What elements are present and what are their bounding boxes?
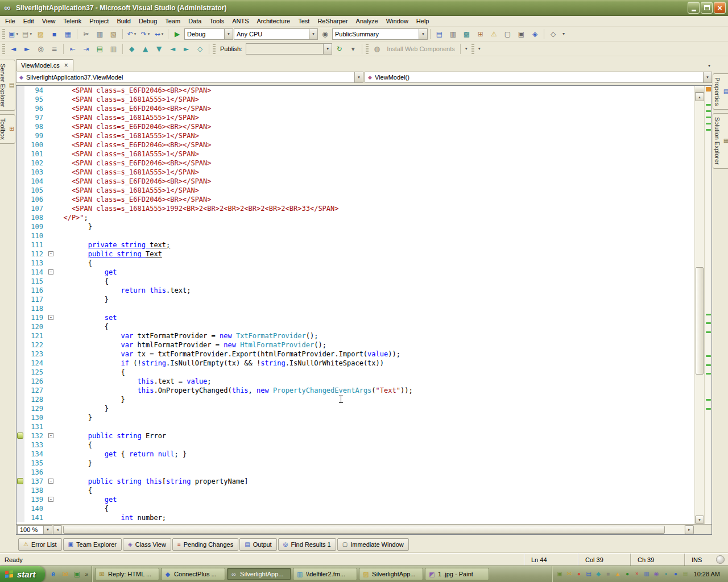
immediate-window-icon[interactable]: ▢ — [501, 28, 514, 40]
find-in-files-icon[interactable]: ◉ — [318, 28, 332, 40]
menu-telerik[interactable]: Telerik — [59, 16, 85, 26]
code-line-116[interactable]: 116 return this.text; — [16, 286, 694, 295]
code-line-137[interactable]: 137- public string this[string propertyN… — [16, 477, 694, 486]
object-browser-icon[interactable]: ▩ — [460, 28, 473, 40]
combo-dropdown-icon[interactable]: ▼ — [354, 72, 363, 82]
publish-icon[interactable]: ↻ — [333, 43, 346, 55]
code-line-122[interactable]: 122 var htmlFormatProvider = new HtmlFor… — [16, 340, 694, 350]
properties-window-icon[interactable]: ▥ — [446, 28, 460, 40]
previous-bookmark-folder-icon[interactable]: ◄ — [166, 43, 179, 55]
toolbar-grip[interactable] — [2, 44, 5, 54]
navigate-forward-icon[interactable]: ► — [20, 43, 34, 55]
toolbar-overflow-icon[interactable]: ▾ — [463, 46, 470, 51]
word-wrap-icon[interactable]: ≡ — [48, 43, 61, 55]
code-line-113[interactable]: 113 { — [16, 259, 694, 268]
tab-toolbox[interactable]: ⊞Toolbox — [0, 114, 15, 144]
solution-configurations-combo[interactable]: Debug▼ — [184, 28, 233, 40]
code-line-127[interactable]: 127 this.OnPropertyChanged(this, new Pro… — [16, 386, 694, 395]
tab-team-explorer[interactable]: ▣Team Explorer — [63, 538, 122, 551]
code-line-131[interactable]: 131 — [16, 422, 694, 431]
tray-icon[interactable]: ▥ — [643, 571, 651, 577]
menu-help[interactable]: Help — [412, 16, 433, 26]
vertical-scrollbar[interactable]: ▲ ▼ — [694, 86, 704, 524]
code-line-136[interactable]: 136 — [16, 468, 694, 477]
tray-icon[interactable]: ◆ — [594, 571, 603, 577]
taskbar-button-connectplus[interactable]: ◆ConnectPlus ... — [161, 568, 225, 580]
code-line-101[interactable]: 101 <SPAN class=s_1681A555>1</SPAN> — [16, 149, 694, 159]
toolbar-overflow-icon[interactable]: ▾ — [560, 31, 567, 36]
tray-icon[interactable]: ▣ — [556, 571, 564, 577]
close-button[interactable]: × — [714, 2, 726, 14]
code-line-106[interactable]: 106 <SPAN class=s_E6FD2046><BR></SPAN> — [16, 195, 694, 204]
members-combo[interactable]: ◆ ViewModel() ▼ — [365, 72, 712, 83]
scroll-down-icon[interactable]: ▼ — [695, 516, 704, 524]
menu-file[interactable]: File — [1, 16, 19, 26]
tray-icon[interactable]: ● — [575, 571, 584, 577]
fold-collapse-icon[interactable]: - — [48, 251, 53, 256]
taskbar-button-visual-studio[interactable]: ∞SilverlightApp... — [227, 568, 291, 580]
menu-view[interactable]: View — [38, 16, 60, 26]
fold-collapse-icon[interactable]: - — [48, 433, 53, 438]
scroll-left-icon[interactable]: ◄ — [53, 525, 62, 534]
code-line-124[interactable]: 124 if (!string.IsNullOrEmpty(tx) && !st… — [16, 359, 694, 368]
fold-collapse-icon[interactable]: - — [48, 479, 53, 484]
types-combo[interactable]: ◆ SilverlightApplication37.ViewModel ▼ — [16, 72, 363, 83]
taskbar-button-outlook-reply[interactable]: ✉Reply: HTML ... — [95, 568, 159, 580]
tray-icon[interactable]: ◉ — [652, 571, 661, 577]
code-line-140[interactable]: 140 { — [16, 504, 694, 513]
new-project-icon[interactable]: ▣▾ — [7, 28, 20, 40]
previous-bookmark-icon[interactable]: ▲ — [139, 43, 152, 55]
tab-list-dropdown-icon[interactable]: ▾ — [708, 63, 710, 68]
quicklaunch-show-desktop-icon[interactable]: ▣ — [72, 569, 82, 579]
combo-dropdown-icon[interactable]: ▼ — [323, 44, 332, 54]
tab-properties[interactable]: ▤Properties — [713, 73, 728, 110]
quicklaunch-outlook-icon[interactable]: ✉ — [60, 569, 71, 579]
code-line-123[interactable]: 123 var tx = txtFormatProvider.Export(ht… — [16, 350, 694, 359]
fold-collapse-icon[interactable]: - — [48, 269, 53, 275]
navigate-icon[interactable]: ↔▾ — [152, 28, 166, 40]
code-line-139[interactable]: 139- get — [16, 495, 694, 504]
solution-platforms-combo[interactable]: Any CPU▼ — [234, 28, 318, 40]
resharper-marker-bar[interactable] — [704, 86, 712, 524]
code-line-95[interactable]: 95 <SPAN class=s_1681A555>1</SPAN> — [16, 95, 694, 104]
zoom-combo[interactable]: 100 % ▼ — [17, 525, 52, 534]
fold-collapse-icon[interactable]: - — [48, 315, 53, 320]
tab-output[interactable]: ▤Output — [239, 538, 276, 551]
tab-error-list[interactable]: ⚠Error List — [18, 538, 62, 551]
tab-solution-explorer[interactable]: ▦Solution Explorer — [713, 113, 728, 169]
taskbar-button-paint[interactable]: ◩1 .jpg - Paint — [425, 568, 489, 580]
menu-build[interactable]: Build — [113, 16, 134, 26]
decrease-indent-icon[interactable]: ⇤ — [66, 43, 79, 55]
web-components-icon[interactable]: ◍ — [370, 43, 383, 55]
code-line-98[interactable]: 98 <SPAN class=s_E6FD2046><BR></SPAN> — [16, 122, 694, 131]
code-line-107[interactable]: 107 <SPAN class=s_1681A555>1992<BR>2<BR>… — [16, 204, 694, 213]
horizontal-scrollbar[interactable] — [63, 525, 684, 534]
find-combo[interactable]: PublicSummary▼ — [332, 28, 428, 40]
code-line-129[interactable]: 129 } — [16, 404, 694, 413]
code-line-133[interactable]: 133 { — [16, 440, 694, 450]
code-line-114[interactable]: 114- get — [16, 268, 694, 277]
solution-explorer-icon[interactable]: ▤ — [433, 28, 446, 40]
code-line-109[interactable]: 109 } — [16, 222, 694, 231]
uncomment-selection-icon[interactable]: ▥ — [107, 43, 120, 55]
tray-icon[interactable]: ▤ — [585, 571, 593, 577]
menu-project[interactable]: Project — [85, 16, 113, 26]
code-line-94[interactable]: 94 <SPAN class=s_E6FD2046><BR></SPAN> — [16, 86, 694, 95]
extension-manager-icon[interactable]: ◇ — [547, 28, 560, 40]
menu-debug[interactable]: Debug — [135, 16, 161, 26]
menu-tools[interactable]: Tools — [205, 16, 228, 26]
menu-resharper[interactable]: ReSharper — [313, 16, 351, 26]
toolbar-overflow-icon[interactable]: ▾ — [476, 46, 483, 51]
fold-collapse-icon[interactable]: - — [48, 497, 53, 502]
toolbar-grip[interactable] — [213, 44, 216, 54]
horizontal-scrollbar-thumb[interactable] — [63, 526, 665, 534]
code-line-126[interactable]: 126 this.text = value; — [16, 377, 694, 386]
tray-icon[interactable]: ■ — [604, 571, 613, 577]
tab-class-view[interactable]: ◈Class View — [123, 538, 171, 551]
combo-dropdown-icon[interactable]: ▼ — [309, 29, 317, 39]
redo-icon[interactable]: ↷▾ — [139, 28, 152, 40]
add-new-item-icon[interactable]: ▤▾ — [20, 28, 34, 40]
menu-team[interactable]: Team — [161, 16, 184, 26]
code-line-105[interactable]: 105 <SPAN class=s_1681A555>1</SPAN> — [16, 186, 694, 195]
next-bookmark-folder-icon[interactable]: ► — [180, 43, 193, 55]
